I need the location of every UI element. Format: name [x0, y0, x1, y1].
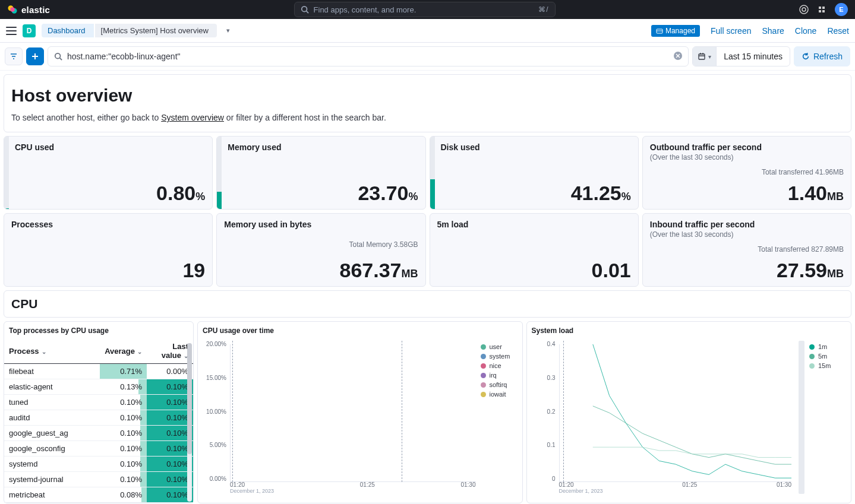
search-kbd: ⌘/ — [538, 5, 548, 14]
cell-average: 0.10% — [100, 410, 147, 426]
time-picker-calendar[interactable]: ▾ — [693, 47, 717, 66]
fullscreen-link[interactable]: Full screen — [711, 26, 751, 36]
svg-line-15 — [60, 58, 62, 61]
app-badge[interactable]: D — [23, 24, 36, 37]
col-average[interactable]: Average⌄ — [100, 338, 147, 364]
refresh-icon — [802, 52, 810, 61]
metric-card[interactable]: Memory used in bytesTotal Memory 3.58GB8… — [216, 213, 425, 287]
table-row[interactable]: google_guest_ag 0.10% 0.10% — [4, 426, 193, 441]
panel-title: CPU usage over time — [198, 322, 522, 338]
cell-last: 0.10% — [147, 379, 193, 395]
legend-item[interactable]: 15m — [809, 362, 846, 369]
metric-secondary: Total transferred 41.96MB — [650, 168, 844, 176]
table-row[interactable]: systemd-journal 0.10% 0.10% — [4, 472, 193, 487]
x-tick: 01:20December 1, 2023 — [230, 481, 274, 494]
filter-icon — [10, 52, 18, 61]
metric-card[interactable]: CPU used0.80% — [4, 136, 213, 210]
brand-text: elastic — [21, 5, 50, 15]
time-range-label: Last 15 minutes — [717, 52, 790, 61]
cell-process: filebeat — [4, 364, 100, 379]
metric-card[interactable]: Outbound traffic per second(Over the las… — [642, 136, 851, 210]
legend-dot-icon — [481, 363, 486, 369]
chevron-down-icon[interactable]: ▾ — [226, 27, 230, 34]
col-process[interactable]: Process⌄ — [4, 338, 100, 364]
search-icon — [301, 5, 309, 14]
filter-button[interactable] — [5, 47, 23, 65]
metric-card[interactable]: Memory used23.70% — [216, 136, 425, 210]
legend-item[interactable]: user — [481, 343, 518, 350]
metric-value: 19 — [11, 260, 205, 280]
legend-item[interactable]: 1m — [809, 343, 846, 350]
table-row[interactable]: google_osconfig 0.10% 0.10% — [4, 441, 193, 457]
sort-icon: ⌄ — [42, 348, 46, 355]
add-filter-button[interactable] — [26, 47, 44, 65]
table-row[interactable]: filebeat 0.71% 0.00% — [4, 364, 193, 379]
table-row[interactable]: tuned 0.10% 0.10% — [4, 395, 193, 410]
cell-average: 0.08% — [100, 487, 147, 503]
process-table: Process⌄ Average⌄ Last value⌄ filebeat 0… — [4, 338, 193, 503]
legend-item[interactable]: softirq — [481, 381, 518, 388]
refresh-button[interactable]: Refresh — [794, 46, 850, 66]
cell-process: systemd — [4, 457, 100, 472]
chart-edge-strip — [799, 341, 804, 494]
share-link[interactable]: Share — [762, 26, 784, 36]
cell-process: elastic-agent — [4, 379, 100, 395]
nav-toggle-icon[interactable] — [6, 27, 17, 35]
scrollbar[interactable] — [187, 343, 192, 502]
legend-dot-icon — [481, 354, 486, 359]
x-tick: 01:25 — [360, 481, 375, 494]
legend-item[interactable]: irq — [481, 372, 518, 379]
header-actions: E — [799, 3, 848, 16]
cell-average: 0.10% — [100, 395, 147, 410]
breadcrumb-root[interactable]: Dashboard — [42, 24, 94, 37]
metric-card[interactable]: Processes19 — [4, 213, 213, 287]
panel-top-processes: Top processes by CPU usage Process⌄ Aver… — [4, 321, 194, 503]
table-row[interactable]: auditd 0.10% 0.10% — [4, 410, 193, 426]
brand-logo[interactable]: elastic — [7, 4, 50, 15]
panel-system-load: System load 0.40.30.20.10 01:20December … — [526, 321, 852, 503]
user-avatar[interactable]: E — [835, 3, 848, 16]
legend-dot-icon — [809, 363, 815, 369]
managed-badge: Managed — [651, 25, 700, 37]
cell-average: 0.10% — [100, 426, 147, 441]
newsfeed-icon[interactable] — [817, 5, 826, 14]
legend-item[interactable]: iowait — [481, 391, 518, 398]
y-tick: 5.00% — [203, 442, 226, 448]
legend-dot-icon — [481, 373, 486, 378]
metric-card[interactable]: Inbound traffic per second(Over the last… — [642, 213, 851, 287]
reset-link[interactable]: Reset — [827, 26, 849, 36]
metric-card[interactable]: 5m load0.01 — [430, 213, 639, 287]
legend-item[interactable]: system — [481, 353, 518, 360]
clear-query-icon[interactable] — [674, 52, 682, 62]
y-tick: 0.3 — [532, 375, 556, 381]
metric-card[interactable]: Disk used41.25% — [430, 136, 639, 210]
cell-last: 0.00% — [147, 364, 193, 379]
fill-bar — [430, 137, 435, 209]
svg-point-14 — [55, 53, 61, 59]
legend-item[interactable]: 5m — [809, 353, 846, 360]
y-tick: 0.1 — [532, 442, 556, 448]
help-icon[interactable] — [799, 5, 809, 14]
breadcrumb: Dashboard [Metrics System] Host overview — [42, 24, 217, 37]
query-input[interactable]: host.name:"ecobb-linux-agent" — [48, 46, 689, 66]
calendar-icon — [698, 52, 706, 61]
col-last[interactable]: Last value⌄ — [147, 338, 193, 364]
chart-area[interactable]: 20.00%15.00%10.00%5.00%0.00% 01:20Decemb… — [203, 341, 476, 494]
svg-point-5 — [800, 5, 808, 14]
system-overview-link[interactable]: System overview — [161, 113, 224, 122]
table-row[interactable]: metricbeat 0.08% 0.10% — [4, 487, 193, 503]
metric-title: CPU used — [15, 142, 205, 152]
metric-value: 1.40MB — [650, 183, 844, 203]
time-picker[interactable]: ▾ Last 15 minutes — [692, 46, 790, 66]
legend-item[interactable]: nice — [481, 362, 518, 369]
legend-dot-icon — [809, 344, 815, 350]
global-header: elastic Find apps, content, and more. ⌘/… — [0, 0, 855, 19]
chart-area[interactable]: 0.40.30.20.10 01:20December 1, 202301:25… — [532, 341, 792, 494]
table-row[interactable]: elastic-agent 0.13% 0.10% — [4, 379, 193, 395]
clone-link[interactable]: Clone — [795, 26, 817, 36]
x-tick: 01:30 — [460, 481, 475, 494]
global-search[interactable]: Find apps, content, and more. ⌘/ — [294, 2, 556, 17]
svg-line-4 — [306, 11, 308, 14]
cell-last: 0.10% — [147, 395, 193, 410]
table-row[interactable]: systemd 0.10% 0.10% — [4, 457, 193, 472]
